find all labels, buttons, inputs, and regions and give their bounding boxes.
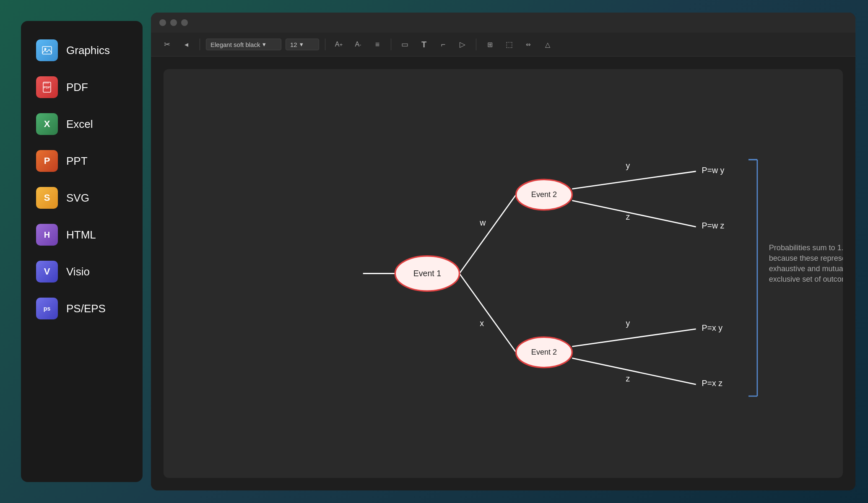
- diagram-svg: Event 1 Event 2 Event 2 w x y z y z P=w …: [164, 69, 843, 478]
- elbow-button[interactable]: ⌐: [436, 37, 451, 52]
- window-chrome: [151, 13, 855, 33]
- svg-text:Event 2: Event 2: [531, 348, 557, 356]
- toolbar: ✂ ◂ Elegant soft black ▾ 12 ▾ A+ A- ≡ ▭ …: [151, 33, 855, 57]
- sidebar-item-svg[interactable]: SSVG: [29, 181, 134, 215]
- font-name-select[interactable]: Elegant soft black ▾: [206, 39, 281, 50]
- svg-line-7: [572, 171, 696, 189]
- svg-text:y: y: [626, 319, 630, 328]
- svg-text:P=x z: P=x z: [702, 379, 723, 388]
- font-size-value: 12: [290, 41, 297, 48]
- svg-text:P=x y: P=x y: [702, 323, 723, 332]
- svg-text:x: x: [480, 319, 484, 328]
- sidebar-label-ppt: PPT: [66, 155, 88, 168]
- sidebar-item-pdf[interactable]: PDFPDF: [29, 70, 134, 104]
- align-button[interactable]: ≡: [370, 37, 385, 52]
- sidebar-label-pdf: PDF: [66, 81, 88, 94]
- svg-text:P=w y: P=w y: [702, 166, 725, 175]
- main-panel: ✂ ◂ Elegant soft black ▾ 12 ▾ A+ A- ≡ ▭ …: [151, 13, 855, 490]
- font-size-dropdown-arrow: ▾: [300, 41, 303, 48]
- visio-icon: V: [36, 261, 58, 283]
- chrome-dot-1: [159, 19, 166, 26]
- triangle-button[interactable]: △: [540, 37, 555, 52]
- svg-line-10: [572, 358, 696, 384]
- toolbar-divider-4: [476, 39, 476, 50]
- sidebar-label-excel: Excel: [66, 118, 93, 131]
- svg-line-5: [460, 194, 516, 273]
- svg-rect-0: [42, 47, 52, 54]
- frame-button[interactable]: ⬚: [502, 37, 517, 52]
- sidebar: GraphicsPDFPDFXExcelPPPTSSVGHHTMLVVisiop…: [21, 21, 143, 482]
- chrome-dot-3: [181, 19, 188, 26]
- sidebar-label-pseps: PS/EPS: [66, 302, 106, 315]
- toolbar-divider-2: [325, 39, 325, 50]
- font-name-value: Elegant soft black: [211, 41, 260, 48]
- canvas-area: Event 1 Event 2 Event 2 w x y z y z P=w …: [151, 57, 855, 490]
- sidebar-item-excel[interactable]: XExcel: [29, 107, 134, 141]
- svg-text:P=w z: P=w z: [702, 221, 725, 230]
- arrow-button[interactable]: ▷: [455, 37, 470, 52]
- toolbar-divider-1: [200, 39, 200, 50]
- ppt-icon: P: [36, 150, 58, 172]
- font-size-select[interactable]: 12 ▾: [286, 39, 319, 50]
- font-dropdown-arrow: ▾: [262, 41, 266, 48]
- sidebar-label-visio: Visio: [66, 265, 90, 278]
- pdf-icon: PDF: [36, 76, 58, 98]
- svg-icon: S: [36, 187, 58, 209]
- text-button[interactable]: T: [416, 37, 431, 52]
- sidebar-item-pseps[interactable]: psPS/EPS: [29, 292, 134, 325]
- distribute-button[interactable]: ⇔: [521, 37, 536, 52]
- toolbar-divider-3: [391, 39, 391, 50]
- svg-text:PDF: PDF: [44, 86, 50, 89]
- svg-line-9: [572, 329, 696, 347]
- svg-text:y: y: [626, 161, 630, 170]
- layer-button[interactable]: ⊞: [482, 37, 497, 52]
- svg-text:w: w: [479, 218, 486, 227]
- sidebar-label-svg: SVG: [66, 192, 89, 205]
- sidebar-label-html: HTML: [66, 228, 96, 241]
- pseps-icon: ps: [36, 298, 58, 319]
- excel-icon: X: [36, 113, 58, 135]
- sidebar-item-html[interactable]: HHTML: [29, 218, 134, 252]
- svg-text:z: z: [626, 212, 630, 221]
- chrome-dot-2: [170, 19, 177, 26]
- svg-text:Event 1: Event 1: [413, 269, 441, 278]
- shrink-font-button[interactable]: A-: [351, 37, 366, 52]
- back-button[interactable]: ◂: [179, 37, 194, 52]
- html-icon: H: [36, 224, 58, 246]
- svg-text:Event 2: Event 2: [531, 190, 557, 199]
- diagram-canvas[interactable]: Event 1 Event 2 Event 2 w x y z y z P=w …: [164, 69, 843, 478]
- sidebar-item-ppt[interactable]: PPPT: [29, 144, 134, 178]
- graphics-icon: [36, 39, 58, 61]
- rect-button[interactable]: ▭: [397, 37, 412, 52]
- sidebar-item-graphics[interactable]: Graphics: [29, 34, 134, 67]
- svg-text:Probabilities sum to 1.0
     : Probabilities sum to 1.0 because these r…: [769, 244, 843, 283]
- svg-line-6: [460, 274, 516, 353]
- cut-button[interactable]: ✂: [159, 37, 174, 52]
- grow-font-button[interactable]: A+: [331, 37, 346, 52]
- svg-point-1: [44, 48, 47, 50]
- svg-text:z: z: [626, 374, 630, 383]
- sidebar-item-visio[interactable]: VVisio: [29, 255, 134, 288]
- sidebar-label-graphics: Graphics: [66, 44, 110, 57]
- svg-line-8: [572, 200, 696, 227]
